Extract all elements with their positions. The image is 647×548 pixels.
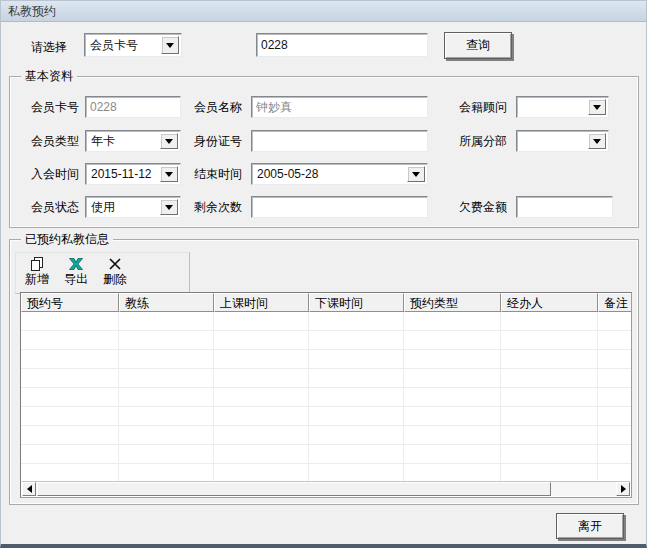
join-date-label: 入会时间 [31,166,79,182]
member-name-field[interactable] [251,96,428,118]
booked-toolbar: 新增 导出 删除 [15,252,190,294]
end-date-picker[interactable]: 2005-05-28 [251,163,428,185]
chevron-down-icon[interactable] [160,166,178,182]
query-button[interactable]: 查询 [444,32,512,59]
appointments-grid: 预约号 教练 上课时间 下课时间 预约类型 经办人 备注 [20,292,632,498]
table-row [21,426,632,445]
booked-group: 已预约私教信息 新增 导出 [9,239,639,505]
export-button-label: 导出 [64,272,88,286]
arrears-field[interactable] [516,196,613,218]
grid-header-cell[interactable]: 上课时间 [214,293,309,312]
copy-new-icon [29,255,45,272]
branch-label: 所属分部 [459,133,507,149]
grid-header-cell[interactable]: 预约类型 [404,293,501,312]
chevron-down-icon[interactable] [588,99,606,115]
scroll-left-icon[interactable] [22,482,36,496]
join-date-value: 2015-11-12 [91,166,160,182]
search-category-combo[interactable]: 会员卡号 [84,33,182,57]
member-type-combo[interactable]: 年卡 [85,130,181,152]
branch-combo[interactable] [516,130,609,152]
scrollbar-thumb[interactable] [37,482,551,496]
chevron-down-icon[interactable] [407,166,425,182]
table-row [21,312,632,331]
grid-header-cell[interactable]: 备注 [598,293,632,312]
remaining-times-field[interactable] [251,196,428,218]
arrears-label: 欠费金额 [459,199,507,215]
horizontal-scrollbar[interactable] [22,481,630,496]
grid-header-cell[interactable]: 经办人 [501,293,598,312]
select-label: 请选择 [31,39,67,55]
window-title: 私教预约 [8,3,56,20]
end-date-value: 2005-05-28 [257,166,407,182]
search-keyword-input[interactable] [256,33,428,57]
grid-header-cell[interactable]: 预约号 [21,293,119,312]
consultant-label: 会籍顾问 [459,99,507,115]
add-button[interactable]: 新增 [19,255,55,286]
table-row [21,350,632,369]
member-status-combo[interactable]: 使用 [85,196,181,218]
card-no-label: 会员卡号 [31,99,79,115]
chevron-down-icon[interactable] [160,199,178,215]
grid-header-cell[interactable]: 下课时间 [309,293,404,312]
member-status-label: 会员状态 [31,199,79,215]
grid-header-cell[interactable]: 教练 [119,293,214,312]
chevron-down-icon[interactable] [161,36,179,54]
delete-button[interactable]: 删除 [97,255,133,286]
grid-header: 预约号 教练 上课时间 下课时间 预约类型 经办人 备注 [21,293,632,312]
appointment-window: 私教预约 请选择 会员卡号 查询 基本资料 会员卡号 会员名称 会籍顾问 会员类… [0,0,647,548]
title-bar: 私教预约 [1,1,646,22]
excel-export-icon [68,255,84,272]
search-category-value: 会员卡号 [90,37,161,53]
add-button-label: 新增 [25,272,49,286]
join-date-picker[interactable]: 2015-11-12 [85,163,181,185]
card-no-field[interactable] [85,96,181,118]
member-type-label: 会员类型 [31,133,79,149]
grid-body [21,312,631,483]
export-button[interactable]: 导出 [58,255,94,286]
basic-info-group-title: 基本资料 [21,69,77,84]
member-type-value: 年卡 [91,133,160,149]
member-name-label: 会员名称 [194,99,242,115]
id-number-label: 身份证号 [194,133,242,149]
scroll-right-icon[interactable] [616,482,630,496]
table-row [21,331,632,350]
member-status-value: 使用 [91,199,160,215]
booked-group-title: 已预约私教信息 [21,232,113,247]
table-row [21,407,632,426]
id-number-field[interactable] [251,130,428,152]
leave-button[interactable]: 离开 [556,513,624,539]
chevron-down-icon[interactable] [588,133,606,149]
table-row [21,388,632,407]
remaining-times-label: 剩余次数 [194,199,242,215]
consultant-combo[interactable] [516,96,609,118]
chevron-down-icon[interactable] [160,133,178,149]
table-row [21,445,632,464]
delete-button-label: 删除 [103,272,127,286]
delete-x-icon [107,255,123,272]
end-date-label: 结束时间 [194,166,242,182]
table-row [21,369,632,388]
